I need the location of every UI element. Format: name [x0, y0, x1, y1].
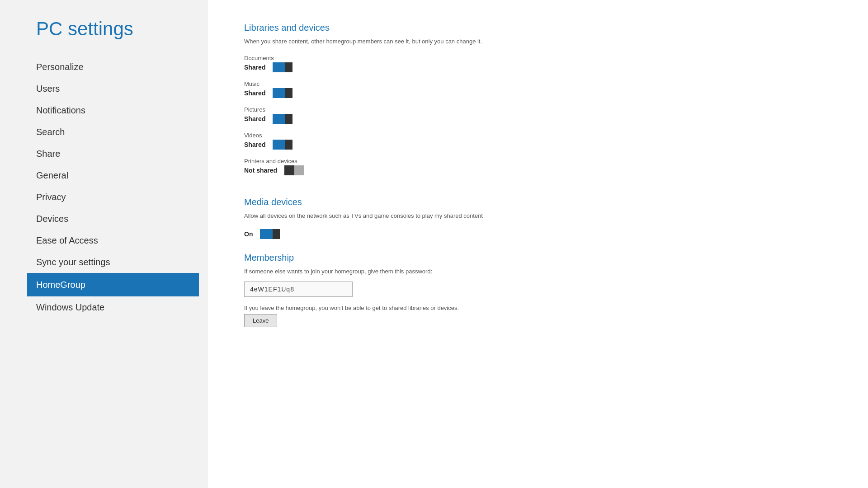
media-section: Media devices Allow all devices on the n…	[244, 197, 832, 239]
printers-row: Printers and devices Not shared	[244, 158, 832, 175]
documents-row: Documents Shared	[244, 55, 832, 72]
membership-title: Membership	[244, 253, 832, 263]
password-description: If someone else wants to join your homeg…	[244, 267, 832, 276]
sidebar-item-sync-settings[interactable]: Sync your settings	[36, 251, 208, 273]
videos-toggle[interactable]	[273, 140, 292, 150]
main-content: Libraries and devices When you share con…	[208, 0, 868, 488]
sidebar-item-homegroup[interactable]: HomeGroup	[27, 273, 199, 296]
music-toggle[interactable]	[273, 88, 292, 98]
sidebar-item-windows-update[interactable]: Windows Update	[36, 296, 208, 318]
videos-row: Videos Shared	[244, 132, 832, 150]
printers-label: Printers and devices	[244, 158, 832, 164]
music-label: Music	[244, 80, 832, 87]
membership-section: Membership If someone else wants to join…	[244, 253, 832, 327]
sidebar-item-personalize[interactable]: Personalize	[36, 56, 208, 78]
sidebar-item-ease-of-access[interactable]: Ease of Access	[36, 230, 208, 251]
documents-status: Shared	[244, 64, 265, 71]
page-title: PC settings	[36, 18, 208, 40]
libraries-description: When you share content, other homegroup …	[244, 38, 832, 46]
sidebar-item-share[interactable]: Share	[36, 143, 208, 164]
pictures-label: Pictures	[244, 106, 832, 113]
videos-status: Shared	[244, 141, 265, 148]
music-row: Music Shared	[244, 80, 832, 98]
sidebar: PC settings Personalize Users Notificati…	[0, 0, 208, 488]
documents-label: Documents	[244, 55, 832, 61]
media-toggle[interactable]	[260, 229, 280, 239]
sidebar-item-devices[interactable]: Devices	[36, 208, 208, 230]
media-status: On	[244, 230, 253, 238]
pictures-row: Pictures Shared	[244, 106, 832, 124]
pictures-toggle[interactable]	[273, 114, 292, 124]
sidebar-item-search[interactable]: Search	[36, 121, 208, 143]
sidebar-item-privacy[interactable]: Privacy	[36, 186, 208, 208]
music-status: Shared	[244, 89, 265, 97]
leave-description: If you leave the homegroup, you won't be…	[244, 304, 832, 312]
sidebar-item-users[interactable]: Users	[36, 78, 208, 99]
printers-status: Not shared	[244, 167, 277, 174]
media-title: Media devices	[244, 197, 832, 207]
videos-label: Videos	[244, 132, 832, 139]
libraries-title: Libraries and devices	[244, 23, 832, 33]
printers-toggle[interactable]	[284, 165, 304, 175]
password-field[interactable]	[244, 282, 353, 297]
leave-button[interactable]: Leave	[244, 314, 277, 327]
libraries-section: Libraries and devices When you share con…	[244, 23, 832, 175]
media-description: Allow all devices on the network such as…	[244, 212, 832, 220]
documents-toggle[interactable]	[273, 62, 292, 72]
sidebar-item-general[interactable]: General	[36, 164, 208, 186]
pictures-status: Shared	[244, 115, 265, 122]
sidebar-item-notifications[interactable]: Notifications	[36, 99, 208, 121]
